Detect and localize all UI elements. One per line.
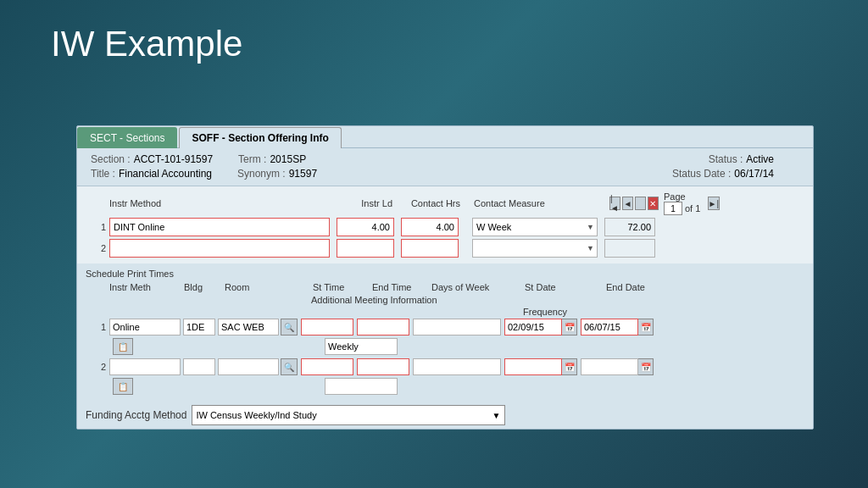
sched-end-date-input-1[interactable]	[581, 319, 638, 336]
sched-days-input-1[interactable]	[413, 319, 501, 336]
status-date-label: Status Date :	[672, 168, 731, 180]
page-input[interactable]	[664, 202, 682, 215]
col-header-instr-meth: Instr Method	[109, 198, 338, 208]
sched-col-instr-meth: Instr Meth	[109, 282, 184, 292]
sched-search-btn-1[interactable]: 🔍	[281, 319, 298, 336]
status-value: Active	[746, 153, 774, 165]
col-nav: |◄ ◄ ✕ Page of 1 ►|	[609, 191, 720, 215]
contact-hrs-input-2[interactable]	[401, 239, 459, 258]
sched-bldg-input-1[interactable]	[183, 319, 215, 336]
row-num-1: 1	[86, 222, 106, 232]
title-value: Financial Accounting	[119, 168, 212, 180]
nav-x-btn[interactable]: ✕	[648, 197, 659, 210]
contact-meas-select-2[interactable]	[472, 239, 598, 258]
sched-col-end-date: End Date	[606, 282, 682, 292]
section-value: ACCT-101-91597	[134, 153, 213, 165]
cal-btn-end-2[interactable]: 📅	[638, 358, 654, 375]
funding-label: Funding Acctg Method	[86, 409, 186, 421]
sched-end-time-input-2[interactable]	[357, 358, 409, 375]
funding-dropdown[interactable]: IW Census Weekly/Ind Study	[192, 405, 505, 425]
right-val-2	[604, 239, 655, 258]
page-indicator: Page of 1	[664, 191, 706, 215]
sched-end-time-input-1[interactable]	[357, 319, 409, 336]
sched-num-2: 2	[86, 362, 106, 372]
row-num-2: 2	[86, 243, 106, 253]
inline-note-btn-1[interactable]: 📋	[113, 338, 133, 355]
tab-soff[interactable]: SOFF - Section Offering Info	[179, 127, 341, 148]
instr-meth-input-1[interactable]	[109, 218, 330, 236]
inline-note-btn-2[interactable]: 📋	[113, 378, 133, 395]
main-panel: SECT - Sections SOFF - Section Offering …	[76, 125, 814, 430]
sched-st-date-input-1[interactable]	[504, 319, 562, 336]
nav-next-btn[interactable]	[635, 197, 646, 210]
sched-bldg-input-2[interactable]	[183, 358, 215, 375]
cal-btn-end-1[interactable]: 📅	[638, 319, 654, 336]
cal-btn-st-1[interactable]: 📅	[562, 319, 577, 336]
sched-search-btn-2[interactable]: 🔍	[281, 358, 298, 375]
nav-last-btn[interactable]: ►|	[708, 197, 721, 210]
funding-row: Funding Acctg Method IW Census Weekly/In…	[77, 402, 813, 429]
sched-st-time-input-1[interactable]	[301, 319, 353, 336]
status-label: Status :	[709, 153, 743, 165]
synonym-value: 91597	[289, 168, 317, 180]
sched-st-time-input-2[interactable]	[301, 358, 353, 375]
sched-days-input-2[interactable]	[413, 358, 501, 375]
nav-first-btn[interactable]: |◄	[609, 197, 620, 210]
grid-area: Instr Method Instr Ld Contact Hrs Contac…	[77, 186, 813, 263]
nav-prev-btn[interactable]: ◄	[622, 197, 633, 210]
additional-meeting-label: Additional Meeting Information	[311, 295, 437, 305]
funding-wrapper: IW Census Weekly/Ind Study ▼	[192, 405, 505, 425]
grid-col-headers: Instr Method Instr Ld Contact Hrs Contac…	[86, 191, 804, 215]
page-title: IW Example	[51, 24, 242, 64]
tabs-bar: SECT - Sections SOFF - Section Offering …	[77, 126, 813, 147]
term-label: Term :	[238, 153, 266, 165]
cal-btn-st-2[interactable]: 📅	[562, 358, 577, 375]
contact-meas-select-1[interactable]: W Week	[472, 218, 598, 236]
sched-col-days: Days of Week	[431, 282, 525, 292]
right-val-1	[604, 218, 655, 236]
term-value: 2015SP	[270, 153, 306, 165]
col-header-contact-hrs: Contact Hrs	[406, 198, 474, 208]
col-header-instr-ld: Instr Ld	[338, 198, 406, 208]
sched-row-2: 2 🔍 📅 📅 📋	[86, 358, 804, 395]
sched-end-date-empty-2	[581, 358, 638, 375]
sched-col-room: Room	[225, 282, 292, 292]
sched-room-input-1[interactable]	[218, 319, 279, 336]
frequency-label-row: Frequency	[86, 307, 804, 317]
sched-col-st-time: St Time	[313, 282, 372, 292]
table-row: 1 W Week ▼	[86, 218, 804, 236]
sched-col-st-date: St Date	[525, 282, 606, 292]
tab-sect[interactable]: SECT - Sections	[77, 127, 177, 148]
instr-ld-input-2[interactable]	[337, 239, 394, 258]
sched-num-1: 1	[86, 322, 106, 332]
add-meeting-info-row: Additional Meeting Information	[86, 295, 804, 305]
title-label: Title :	[91, 168, 115, 180]
sched-col-bldg: Bldg	[184, 282, 225, 292]
sched-instr-input-1[interactable]	[109, 319, 181, 336]
table-row: 2 ▼	[86, 239, 804, 258]
schedule-print-times-label: Schedule Print Times	[86, 269, 804, 279]
frequency-select-1[interactable]: Weekly	[325, 338, 398, 355]
sched-room-input-2[interactable]	[218, 358, 279, 375]
header-row-1: Section : ACCT-101-91597 Term : 2015SP S…	[91, 153, 799, 165]
status-date-value: 06/17/14	[734, 168, 774, 180]
frequency-select-2[interactable]	[325, 378, 398, 395]
sched-instr-input-2[interactable]	[109, 358, 181, 375]
instr-ld-input-1[interactable]	[337, 218, 394, 236]
instr-meth-input-2[interactable]	[109, 239, 330, 258]
synonym-label: Synonym :	[237, 168, 286, 180]
col-header-contact-meas: Contact Measure	[474, 198, 609, 208]
sched-row-1: 1 🔍 📅 📅	[86, 319, 804, 355]
sched-col-end-time: End Time	[372, 282, 431, 292]
sched-col-headers: Instr Meth Bldg Room St Time End Time Da…	[86, 282, 804, 292]
sched-st-date-empty-2	[504, 358, 562, 375]
schedule-area: Schedule Print Times Instr Meth Bldg Roo…	[77, 263, 813, 402]
header-row-2: Title : Financial Accounting Synonym : 9…	[91, 168, 799, 180]
contact-hrs-input-1[interactable]	[401, 218, 459, 236]
frequency-label: Frequency	[523, 307, 567, 317]
section-label: Section :	[91, 153, 131, 165]
header-info: Section : ACCT-101-91597 Term : 2015SP S…	[77, 147, 813, 186]
